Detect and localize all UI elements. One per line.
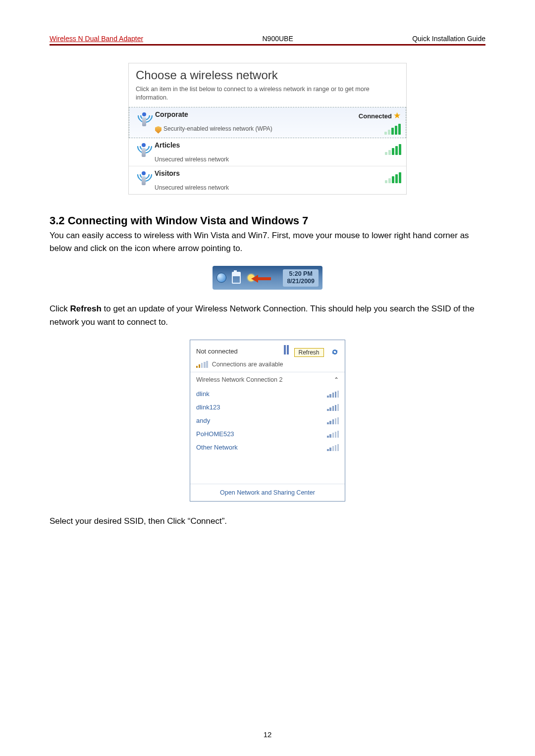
signal-bars-icon [347, 172, 401, 183]
tray-clock[interactable]: 5:20 PM 8/21/2009 [283, 269, 319, 287]
network-globe-icon[interactable] [216, 273, 226, 283]
win7-system-tray: 5:20 PM 8/21/2009 [213, 266, 322, 290]
ssid-item[interactable]: dlink123 [196, 401, 339, 414]
ssid-item[interactable]: dlink [196, 387, 339, 401]
signal-available-icon [196, 361, 208, 368]
network-name: Articles [155, 141, 347, 156]
win7-network-flyout: Not connected Refresh Connections are av… [190, 340, 345, 502]
network-item-articles[interactable]: Articles Unsecured wireless network [129, 138, 406, 166]
ssid-label: Other Network [196, 444, 238, 451]
ssid-label: dlink [196, 390, 210, 398]
flyout-section-label: Wireless Network Connection 2 [196, 376, 282, 383]
network-desc: Unsecured wireless network [155, 184, 347, 191]
signal-bars-icon [347, 144, 401, 155]
wifi-antenna-icon [133, 169, 155, 187]
battery-icon[interactable] [231, 273, 241, 283]
ssid-item[interactable]: andy [196, 414, 339, 427]
header-right: Quick Installation Guide [412, 35, 485, 43]
open-network-center-link[interactable]: Open Network and Sharing Center [190, 484, 345, 501]
signal-bars-icon [327, 444, 339, 451]
ssid-label: dlink123 [196, 403, 220, 411]
text-cursor-icon [284, 345, 290, 354]
wifi-antenna-icon [133, 110, 155, 128]
signal-bars-icon [327, 404, 339, 411]
tray-time: 5:20 PM [287, 270, 315, 278]
wifi-antenna-icon [133, 141, 155, 159]
flyout-available-text: Connections are available [212, 361, 283, 368]
flyout-section-header[interactable]: Wireless Network Connection 2 ⌃ [196, 376, 339, 383]
network-item-corporate[interactable]: Corporate Security-enabled wireless netw… [129, 107, 406, 138]
network-desc-text: Security-enabled wireless network (WPA) [163, 125, 272, 132]
section-para-1: You can easily access to wireless with W… [50, 229, 485, 255]
refresh-arrows-icon[interactable] [331, 349, 339, 354]
section-para-3: Select your desired SSID, then Click “Co… [50, 516, 485, 526]
signal-bars-icon [346, 124, 401, 135]
ssid-label: andy [196, 417, 210, 424]
network-status: Connected [359, 112, 392, 120]
xp-wireless-dialog: Choose a wireless network Click an item … [128, 63, 407, 195]
refresh-button[interactable]: Refresh [294, 348, 324, 357]
tray-date: 8/21/2009 [287, 278, 315, 286]
network-desc: Unsecured wireless network [155, 156, 347, 163]
xp-dialog-title: Choose a wireless network [129, 63, 406, 85]
network-desc: Security-enabled wireless network (WPA) [155, 125, 346, 133]
signal-bars-icon [327, 391, 339, 398]
section-para-2: Click Refresh to get an update of your W… [50, 302, 485, 329]
section-heading: 3.2 Connecting with Window Vista and Win… [50, 214, 485, 227]
signal-bars-icon [327, 431, 339, 438]
page-header: Wireless N Dual Band Adapter N900UBE Qui… [50, 35, 485, 46]
ssid-item[interactable]: Other Network [196, 441, 339, 454]
shield-icon [155, 126, 161, 134]
xp-dialog-subtitle: Click an item in the list below to conne… [129, 85, 406, 107]
page-number: 12 [0, 730, 535, 739]
star-icon: ★ [393, 110, 401, 121]
header-left: Wireless N Dual Band Adapter [50, 35, 143, 43]
flyout-status: Not connected [196, 348, 238, 355]
network-name: Corporate [155, 110, 346, 125]
header-center: N900UBE [262, 35, 293, 43]
svg-marker-0 [251, 275, 271, 283]
network-item-visitors[interactable]: Visitors Unsecured wireless network [129, 166, 406, 194]
signal-bars-icon [327, 417, 339, 424]
ssid-label: PoHOME523 [196, 430, 234, 438]
ssid-item[interactable]: PoHOME523 [196, 427, 339, 441]
network-name: Visitors [155, 169, 347, 184]
chevron-up-icon: ⌃ [334, 376, 339, 383]
